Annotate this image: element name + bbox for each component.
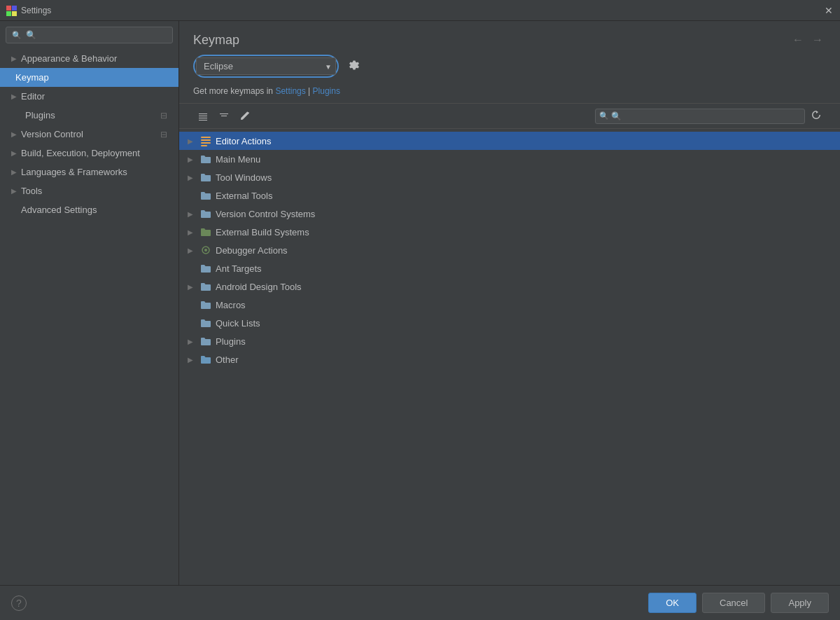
tree-item-build-systems[interactable]: ▶ External Build Systems	[179, 223, 840, 241]
nav-arrows: ← →	[790, 32, 826, 48]
chevron-icon: ▶	[11, 168, 17, 176]
tree-item-icon-quick-lists	[200, 317, 211, 329]
restore-icon	[811, 109, 822, 120]
keymap-tree: ▶ Editor Actions ▶	[179, 129, 840, 585]
tree-item-icon-vcs	[200, 208, 211, 219]
sidebar-item-version-control[interactable]: ▶ Version Control ⊟	[0, 125, 178, 144]
tree-item-ant-targets[interactable]: Ant Targets	[179, 259, 840, 277]
content-area: Keymap ← → Eclipse Default Mac OS X Visu…	[179, 21, 840, 585]
keymap-search-input[interactable]	[595, 109, 805, 124]
folder-icon	[200, 263, 211, 274]
sidebar-item-keymap[interactable]: Keymap	[0, 68, 178, 87]
sidebar-items-list: ▶ Appearance & Behavior Keymap ▶ Editor …	[0, 49, 178, 585]
cancel-button[interactable]: Cancel	[702, 593, 765, 613]
tree-item-label: Main Menu	[216, 154, 829, 165]
forward-arrow[interactable]: →	[809, 32, 826, 48]
sidebar-item-plugins[interactable]: Plugins ⊟	[0, 106, 178, 125]
sidebar-item-appearance[interactable]: ▶ Appearance & Behavior	[0, 49, 178, 68]
tree-item-icon-debugger	[200, 244, 211, 256]
tree-item-vcs[interactable]: ▶ Version Control Systems	[179, 205, 840, 223]
sidebar-item-editor[interactable]: ▶ Editor	[0, 87, 178, 106]
svg-rect-0	[6, 6, 11, 11]
actions-icon	[200, 135, 211, 146]
sidebar-item-build[interactable]: ▶ Build, Execution, Deployment	[0, 144, 178, 163]
tree-item-main-menu[interactable]: ▶ Main Menu	[179, 150, 840, 168]
tree-item-icon-tool-windows	[200, 172, 211, 183]
ok-button[interactable]: OK	[648, 593, 696, 613]
tree-item-android-design[interactable]: ▶ Android Design Tools	[179, 277, 840, 296]
sidebar: 🔍 ▶ Appearance & Behavior Keymap ▶ Edito…	[0, 21, 179, 585]
sidebar-item-label: Appearance & Behavior	[21, 53, 117, 64]
tree-chevron-icon: ▶	[188, 174, 197, 181]
sidebar-item-tools[interactable]: ▶ Tools	[0, 181, 178, 200]
chevron-icon: ▶	[11, 130, 17, 138]
tree-chevron-icon: ▶	[188, 356, 197, 364]
sidebar-item-label: Editor	[21, 91, 45, 102]
tree-item-label: Editor Actions	[216, 136, 829, 146]
sidebar-search-wrapper[interactable]: 🔍	[6, 27, 173, 43]
window-title: Settings	[21, 6, 823, 15]
keymap-select-row: Eclipse Default Mac OS X Visual Studio E…	[179, 48, 840, 85]
sidebar-item-label: Plugins	[25, 110, 55, 120]
expand-all-button[interactable]	[193, 108, 213, 125]
tree-item-external-tools[interactable]: External Tools	[179, 186, 840, 205]
sidebar-item-languages[interactable]: ▶ Languages & Frameworks	[0, 163, 178, 181]
keymap-toolbar: 🔍	[179, 103, 840, 129]
apply-button[interactable]: Apply	[771, 593, 829, 613]
search-wrapper: 🔍	[595, 109, 805, 124]
tree-chevron-icon: ▶	[188, 210, 197, 218]
folder-icon	[200, 172, 211, 183]
tree-chevron-icon: ▶	[188, 137, 197, 145]
main-layout: 🔍 ▶ Appearance & Behavior Keymap ▶ Edito…	[0, 21, 840, 585]
tree-item-icon-main-menu	[200, 153, 211, 165]
keymap-dropdown-wrapper: Eclipse Default Mac OS X Visual Studio E…	[193, 55, 339, 78]
tree-item-icon-external-tools	[200, 190, 211, 201]
folder-icon	[200, 299, 211, 310]
collapse-all-icon	[218, 111, 230, 122]
keymap-select[interactable]: Eclipse Default Mac OS X Visual Studio E…	[196, 57, 336, 75]
tree-item-tool-windows[interactable]: ▶ Tool Windows	[179, 168, 840, 186]
sidebar-item-label: Tools	[21, 186, 42, 196]
app-icon	[6, 5, 17, 16]
tree-item-debugger[interactable]: ▶ Debugger Actions	[179, 241, 840, 259]
tree-item-label: External Tools	[216, 191, 829, 201]
tree-item-editor-actions[interactable]: ▶ Editor Actions	[179, 132, 840, 150]
tree-chevron-icon: ▶	[188, 228, 197, 236]
tree-item-label: Plugins	[216, 336, 829, 347]
back-arrow[interactable]: ←	[790, 32, 806, 48]
sidebar-search-input[interactable]	[26, 30, 167, 40]
svg-rect-4	[201, 137, 211, 138]
expand-all-icon	[197, 111, 209, 122]
tree-item-label: Android Design Tools	[216, 282, 829, 292]
chevron-icon: ▶	[11, 92, 17, 100]
tree-item-icon-plugins	[200, 336, 211, 347]
folder-icon	[200, 190, 211, 201]
collapse-all-button[interactable]	[214, 108, 234, 125]
edit-button[interactable]	[235, 108, 255, 125]
chevron-icon: ▶	[11, 187, 17, 195]
tree-chevron-icon: ▶	[188, 247, 197, 254]
sidebar-search-icon: 🔍	[12, 31, 22, 40]
plugins-link-row: Get more keymaps in Settings | Plugins	[179, 85, 840, 103]
tree-item-other[interactable]: ▶ Other	[179, 350, 840, 368]
sidebar-item-label: Build, Execution, Deployment	[21, 148, 140, 158]
help-button[interactable]: ?	[11, 595, 27, 611]
close-button[interactable]: ✕	[823, 5, 834, 16]
vc-config-icon: ⊟	[160, 130, 167, 139]
tree-item-label: Quick Lists	[216, 318, 829, 329]
sidebar-item-advanced[interactable]: ▶ Advanced Settings	[0, 200, 178, 219]
sidebar-item-label: Languages & Frameworks	[21, 167, 127, 177]
tree-item-label: External Build Systems	[216, 227, 829, 237]
tree-item-quick-lists[interactable]: Quick Lists	[179, 314, 840, 332]
keymap-settings-button[interactable]	[346, 57, 363, 76]
settings-link[interactable]: Settings	[275, 86, 305, 96]
tree-item-macros[interactable]: Macros	[179, 296, 840, 314]
restore-button[interactable]	[806, 106, 826, 125]
search-icon: 🔍	[599, 111, 609, 120]
folder-icon	[200, 281, 211, 292]
plugins-link[interactable]: Plugins	[313, 86, 340, 96]
tree-item-plugins[interactable]: ▶ Plugins	[179, 332, 840, 350]
svg-rect-6	[201, 142, 211, 144]
folder-icon	[200, 153, 211, 165]
tree-item-label: Macros	[216, 300, 829, 310]
